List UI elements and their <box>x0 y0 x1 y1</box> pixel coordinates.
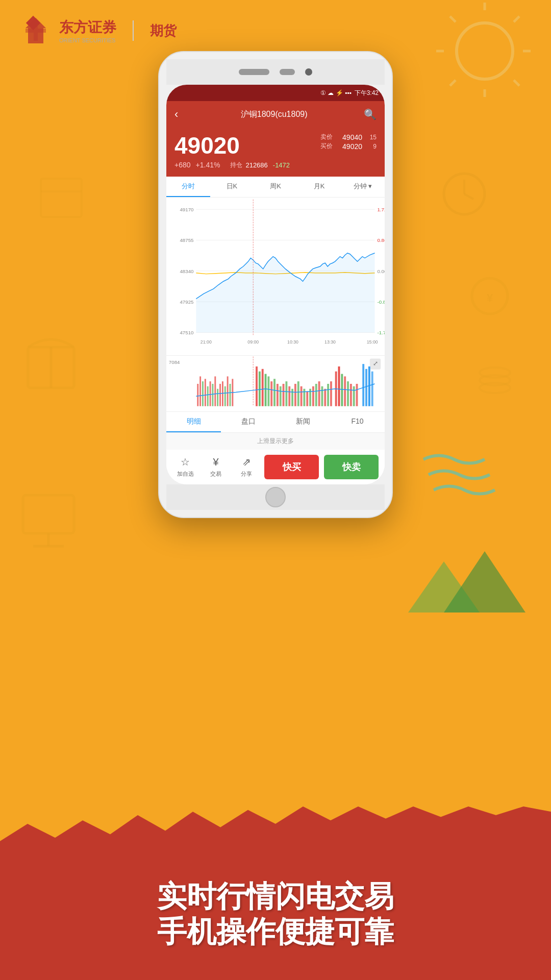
hold-label: 持仓 <box>230 161 242 169</box>
svg-rect-55 <box>202 381 204 406</box>
sell-label: 卖价 <box>320 133 333 141</box>
trade-btn[interactable]: ¥ 交易 <box>203 456 229 478</box>
add-watchlist-btn[interactable]: ☆ 加自选 <box>172 456 198 478</box>
share-btn[interactable]: ⇗ 分享 <box>234 456 259 478</box>
product-tag: 期货 <box>150 22 177 40</box>
phone-mockup: ① ☁ ⚡ ▪▪▪ 下午3:42 ‹ 沪铜1809(cu1809) 🔍 4902… <box>158 51 393 518</box>
svg-rect-14 <box>23 495 74 533</box>
svg-rect-105 <box>368 366 370 406</box>
tab-rik[interactable]: 日K <box>210 177 254 197</box>
svg-rect-66 <box>230 384 231 406</box>
svg-rect-92 <box>324 388 326 406</box>
svg-rect-79 <box>285 381 287 406</box>
svg-rect-82 <box>294 384 296 406</box>
status-bar: ① ☁ ⚡ ▪▪▪ 下午3:42 <box>166 85 385 101</box>
svg-rect-56 <box>205 379 206 406</box>
buy-label: 买价 <box>320 142 333 151</box>
tab-pankou[interactable]: 盘口 <box>221 412 276 432</box>
svg-rect-70 <box>259 371 261 406</box>
svg-text:13:30: 13:30 <box>324 339 336 344</box>
app-header: 东方证券 ORIENT SECURITIES 期货 <box>0 0 551 61</box>
action-bar: ☆ 加自选 ¥ 交易 ⇗ 分享 快买 快卖 <box>166 450 385 484</box>
svg-rect-21 <box>41 179 82 217</box>
svg-rect-97 <box>341 374 343 406</box>
svg-rect-77 <box>280 386 282 406</box>
svg-text:7084: 7084 <box>169 359 180 365</box>
svg-point-9 <box>444 174 485 214</box>
svg-rect-90 <box>318 381 320 406</box>
phone-notch <box>166 59 385 85</box>
share-icon: ⇗ <box>242 456 251 468</box>
svg-rect-88 <box>312 386 314 406</box>
home-button[interactable] <box>265 487 286 507</box>
svg-rect-64 <box>224 386 226 406</box>
svg-rect-65 <box>227 376 229 406</box>
price-section: 49020 卖价 49040 15 买价 49020 9 <box>166 128 385 177</box>
svg-point-24 <box>480 375 510 385</box>
quick-sell-button[interactable]: 快卖 <box>324 455 379 479</box>
svg-text:0.00%: 0.00% <box>377 268 385 274</box>
buy-value: 49020 <box>337 142 362 151</box>
svg-rect-80 <box>288 386 290 406</box>
svg-text:48340: 48340 <box>180 268 194 274</box>
svg-text:0.86%: 0.86% <box>377 237 385 243</box>
svg-text:47510: 47510 <box>180 330 194 335</box>
status-icons: ① ☁ ⚡ ▪▪▪ <box>320 89 352 96</box>
share-label: 分享 <box>241 470 252 478</box>
svg-rect-71 <box>262 369 264 406</box>
tab-fenzhong[interactable]: 分钟 ▾ <box>341 177 385 197</box>
brand-sub: ORIENT SECURITIES <box>59 37 116 43</box>
svg-rect-85 <box>303 388 305 406</box>
svg-rect-74 <box>270 381 272 406</box>
phone-camera <box>305 68 312 76</box>
tab-detail[interactable]: 明细 <box>166 412 221 432</box>
svg-text:49170: 49170 <box>180 207 194 212</box>
tab-yuek[interactable]: 月K <box>297 177 341 197</box>
svg-rect-104 <box>365 369 367 406</box>
svg-line-11 <box>464 194 473 199</box>
svg-rect-100 <box>350 384 352 406</box>
main-chart: 49170 48755 48340 47925 47510 1.72% 0.86… <box>166 198 385 356</box>
svg-line-6 <box>514 80 519 86</box>
svg-rect-73 <box>267 376 269 406</box>
brand-text: 东方证券 ORIENT SECURITIES <box>59 18 116 43</box>
bottom-tabs: 明细 盘口 新闻 F10 <box>166 412 385 433</box>
svg-rect-83 <box>297 381 299 406</box>
svg-rect-106 <box>371 371 373 406</box>
hold-value: 212686 <box>245 161 267 169</box>
phone-screen: ① ☁ ⚡ ▪▪▪ 下午3:42 ‹ 沪铜1809(cu1809) 🔍 4902… <box>166 85 385 484</box>
svg-rect-75 <box>273 379 276 406</box>
svg-rect-86 <box>306 391 308 406</box>
tab-f10[interactable]: F10 <box>330 412 385 432</box>
brand-name: 东方证券 <box>59 18 116 37</box>
buy-count: 9 <box>366 143 377 150</box>
svg-rect-78 <box>283 384 285 406</box>
quick-buy-button[interactable]: 快买 <box>264 455 319 479</box>
svg-marker-20 <box>444 551 525 612</box>
bottom-banner: 实时行情闪电交易 手机操作便捷可靠 <box>0 806 551 980</box>
nav-title: 沪铜1809(cu1809) <box>184 109 364 120</box>
banner-text-area: 实时行情闪电交易 手机操作便捷可靠 <box>0 878 551 949</box>
tab-fenshi[interactable]: 分时 <box>166 177 210 197</box>
svg-text:21:00: 21:00 <box>201 339 212 344</box>
svg-rect-61 <box>217 388 218 406</box>
status-time: 下午3:42 <box>355 89 379 97</box>
svg-rect-99 <box>347 381 349 406</box>
hold-change: -1472 <box>273 161 290 169</box>
svg-point-17 <box>472 278 508 314</box>
tab-zhouk[interactable]: 周K <box>254 177 297 197</box>
svg-rect-69 <box>256 366 258 406</box>
svg-text:-1.72%: -1.72% <box>377 330 385 335</box>
svg-rect-81 <box>291 388 293 406</box>
svg-point-25 <box>480 368 510 378</box>
svg-rect-12 <box>28 347 74 388</box>
brand-logo-icon <box>20 15 51 46</box>
phone-mic <box>280 69 295 75</box>
nav-search-button[interactable]: 🔍 <box>364 108 377 120</box>
svg-rect-84 <box>300 386 303 406</box>
nav-bar: ‹ 沪铜1809(cu1809) 🔍 <box>166 101 385 128</box>
svg-text:1.72%: 1.72% <box>377 207 385 212</box>
nav-back-button[interactable]: ‹ <box>174 108 178 121</box>
svg-rect-93 <box>327 384 329 406</box>
tab-news[interactable]: 新闻 <box>276 412 330 432</box>
